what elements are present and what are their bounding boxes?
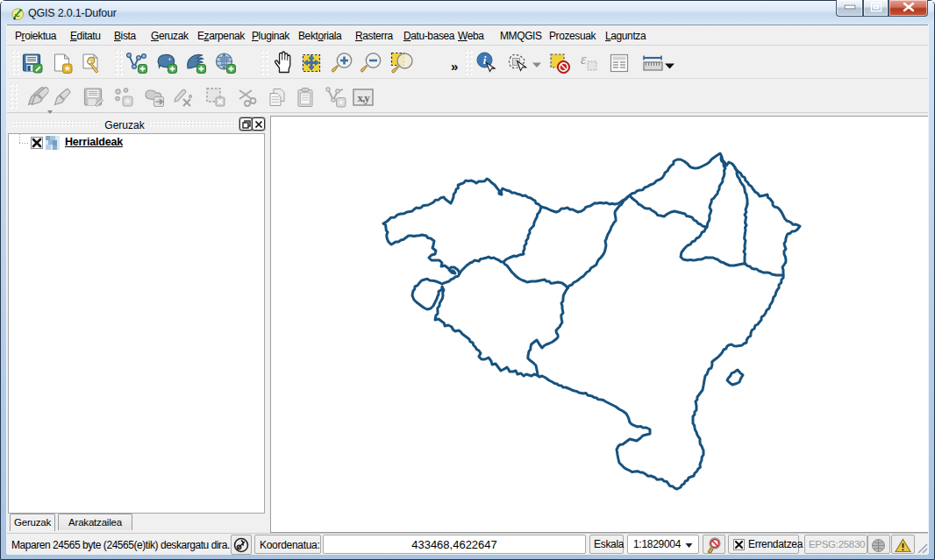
svg-text:ε: ε: [581, 52, 587, 67]
svg-text:i: i: [483, 53, 487, 67]
svg-text:x,y: x,y: [357, 91, 370, 104]
